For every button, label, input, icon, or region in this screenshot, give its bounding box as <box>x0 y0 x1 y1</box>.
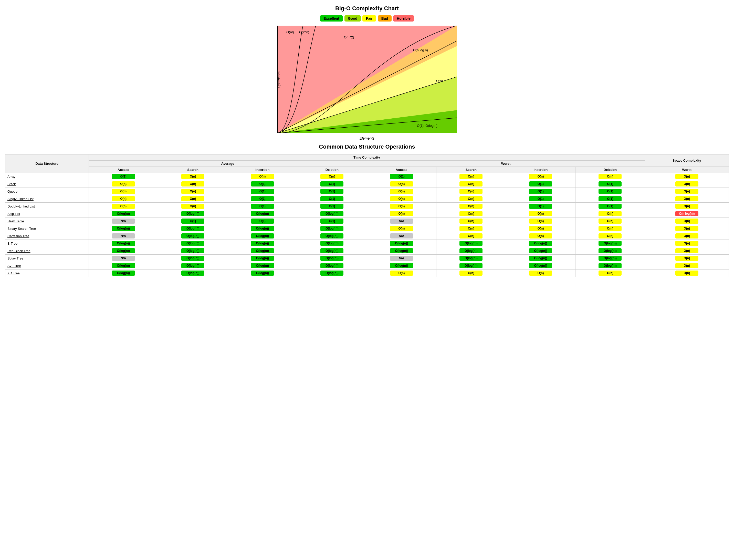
table-row: B-TreeO(log(n))O(log(n))O(log(n))O(log(n… <box>5 240 729 247</box>
svg-text:O(n): O(n) <box>436 79 443 83</box>
complexity-badge: O(n) <box>112 189 135 194</box>
complexity-badge: O(1) <box>321 189 344 194</box>
ds-link[interactable]: B-Tree <box>7 242 17 245</box>
complexity-badge: O(n) <box>675 263 698 268</box>
legend-item-bad: Bad <box>378 15 391 22</box>
complexity-badge: O(log(n)) <box>251 248 274 253</box>
complexity-badge: O(1) <box>251 189 274 194</box>
svg-text:O(n^2): O(n^2) <box>344 35 354 39</box>
ds-link[interactable]: KD Tree <box>7 271 20 275</box>
complexity-badge: O(n) <box>529 211 552 216</box>
complexity-badge: N/A <box>390 256 413 261</box>
complexity-badge: O(n) <box>675 219 698 224</box>
ds-link[interactable]: Doubly-Linked List <box>7 204 35 208</box>
ds-link[interactable]: Skip List <box>7 212 20 216</box>
complexity-badge: O(n) <box>675 189 698 194</box>
th-wst-delete: Deletion <box>575 167 645 173</box>
ds-link[interactable]: Singly-Linked List <box>7 197 34 201</box>
complexity-badge: N/A <box>112 233 135 238</box>
complexity-badge: O(n) <box>529 226 552 231</box>
ds-link[interactable]: Binary Search Tree <box>7 227 36 231</box>
complexity-badge: O(n log(n)) <box>675 211 698 216</box>
complexity-badge: O(1) <box>598 189 622 194</box>
complexity-badge: O(n) <box>459 219 482 224</box>
complexity-badge: O(log(n)) <box>112 263 135 268</box>
complexity-badge: O(n) <box>529 271 552 276</box>
table-row: AVL TreeO(log(n))O(log(n))O(log(n))O(log… <box>5 262 729 269</box>
th-avg-access: Access <box>89 167 158 173</box>
complexity-badge: O(log(n)) <box>321 248 344 253</box>
ds-link[interactable]: Hash Table <box>7 219 24 223</box>
complexity-badge: O(n) <box>112 181 135 186</box>
complexity-badge: O(1) <box>529 196 552 201</box>
complexity-badge: O(1) <box>390 174 413 179</box>
th-wst-access: Access <box>367 167 436 173</box>
big-o-chart: Operations <box>5 26 729 133</box>
complexity-badge: O(1) <box>321 181 344 186</box>
complexity-badge: O(n) <box>675 271 698 276</box>
complexity-badge: O(n) <box>390 196 413 201</box>
complexity-badge: O(n) <box>459 189 482 194</box>
complexity-badge: O(1) <box>529 189 552 194</box>
complexity-badge: O(1) <box>598 204 622 209</box>
complexity-badge: O(1) <box>251 219 274 224</box>
complexity-badge: O(log(n)) <box>321 271 344 276</box>
complexity-badge: O(n) <box>598 233 622 238</box>
complexity-badge: O(log(n)) <box>181 263 204 268</box>
ds-link[interactable]: Array <box>7 175 15 179</box>
complexity-badge: O(n) <box>459 181 482 186</box>
complexity-badge: O(log(n)) <box>459 248 482 253</box>
table-row: Doubly-Linked ListO(n)O(n)O(1)O(1)O(n)O(… <box>5 203 729 210</box>
th-time-complexity: Time Complexity <box>89 154 645 161</box>
ds-link[interactable]: Splay Tree <box>7 256 23 260</box>
complexity-badge: O(n) <box>598 271 622 276</box>
complexity-badge: O(log(n)) <box>251 211 274 216</box>
complexity-badge: O(log(n)) <box>181 248 204 253</box>
complexity-badge: O(1) <box>598 196 622 201</box>
ds-link[interactable]: Red-Black Tree <box>7 249 30 253</box>
complexity-badge: O(n) <box>390 226 413 231</box>
complexity-badge: O(log(n)) <box>459 263 482 268</box>
column-label-row: Access Search Insertion Deletion Access … <box>5 167 729 173</box>
legend-item-excellent: Excellent <box>320 15 343 22</box>
ds-link[interactable]: AVL Tree <box>7 264 21 268</box>
complexity-badge: O(log(n)) <box>459 241 482 246</box>
complexity-badge: O(n) <box>598 226 622 231</box>
svg-text:O(n!): O(n!) <box>286 30 294 34</box>
complexity-badge: O(n) <box>459 271 482 276</box>
complexity-badge: O(log(n)) <box>598 256 622 261</box>
complexity-badge: O(log(n)) <box>251 271 274 276</box>
complexity-badge: O(n) <box>598 219 622 224</box>
y-axis-label: Operations <box>277 71 281 88</box>
complexity-badge: O(n) <box>181 174 204 179</box>
table-row: Red-Black TreeO(log(n))O(log(n))O(log(n)… <box>5 247 729 255</box>
legend: ExcellentGoodFairBadHorrible <box>5 15 729 22</box>
complexity-badge: O(n) <box>181 196 204 201</box>
complexity-badge: O(log(n)) <box>598 241 622 246</box>
complexity-badge: O(n) <box>181 189 204 194</box>
svg-text:O(1), O(log n): O(1), O(log n) <box>417 124 437 128</box>
complexity-badge: O(n) <box>529 233 552 238</box>
table-row: Singly-Linked ListO(n)O(n)O(1)O(1)O(n)O(… <box>5 195 729 203</box>
complexity-badge: O(n) <box>459 233 482 238</box>
complexity-badge: O(n) <box>675 174 698 179</box>
table-row: KD TreeO(log(n))O(log(n))O(log(n))O(log(… <box>5 269 729 277</box>
complexity-badge: O(n) <box>598 174 622 179</box>
complexity-badge: N/A <box>112 256 135 261</box>
complexity-badge: O(log(n)) <box>529 256 552 261</box>
complexity-badge: O(log(n)) <box>251 256 274 261</box>
complexity-badge: O(1) <box>598 181 622 186</box>
complexity-badge: O(log(n)) <box>321 233 344 238</box>
table-row: Splay TreeN/AO(log(n))O(log(n))O(log(n))… <box>5 255 729 262</box>
complexity-badge: O(n) <box>390 189 413 194</box>
complexity-badge: O(log(n)) <box>112 241 135 246</box>
x-axis-label: Elements <box>360 136 374 140</box>
complexity-badge: O(n) <box>675 226 698 231</box>
table-row: ArrayO(1)O(n)O(n)O(n)O(1)O(n)O(n)O(n)O(n… <box>5 173 729 180</box>
ds-link[interactable]: Stack <box>7 182 16 186</box>
chart-title: Big-O Complexity Chart <box>5 5 729 12</box>
ds-link[interactable]: Cartesian Tree <box>7 234 29 238</box>
ds-link[interactable]: Queue <box>7 190 17 193</box>
th-data-structure: Data Structure <box>5 154 89 173</box>
complexity-badge: O(log(n)) <box>112 226 135 231</box>
